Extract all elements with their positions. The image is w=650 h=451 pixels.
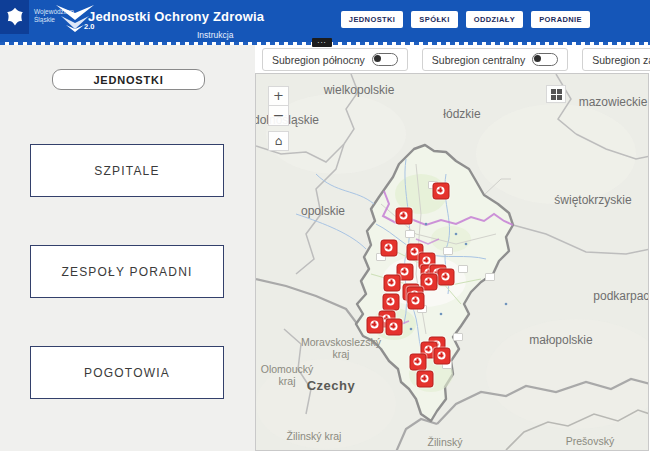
header-nav-button-jednostki[interactable]: JEDNOSTKI — [341, 11, 404, 28]
toggle-switch-icon[interactable] — [372, 53, 398, 66]
facility-marker[interactable] — [408, 293, 425, 310]
medical-cross-icon — [424, 345, 432, 353]
header-nav-button-poradnie[interactable]: PORADNIE — [531, 11, 590, 28]
medical-cross-icon — [411, 296, 419, 304]
header-nav-button-oddzialy[interactable]: ODDZIAŁY — [466, 11, 524, 28]
facility-marker[interactable] — [384, 275, 401, 292]
filter-bar: Subregion północnySubregion centralnySub… — [255, 45, 650, 73]
filter-toggle-subregion-polnocny[interactable]: Subregion północny — [262, 48, 408, 71]
medical-cross-icon — [422, 256, 430, 264]
road-shield — [485, 273, 495, 281]
facility-marker[interactable] — [386, 319, 403, 336]
basemap-grid-icon — [551, 89, 562, 100]
toggle-knob — [534, 55, 541, 62]
map-canvas[interactable]: wielkopolskiedolnośląskiełódzkiemazowiec… — [256, 74, 648, 450]
road-shield — [405, 230, 415, 238]
medical-cross-icon — [370, 320, 378, 328]
facility-marker[interactable] — [438, 269, 455, 286]
sidebar-buttons: SZPITALEZESPOŁY PORADNIPOGOTOWIA — [30, 144, 224, 399]
facility-marker[interactable] — [434, 348, 451, 365]
app-window: Województwo Śląskie 2.0 Jednostki Ochron… — [0, 0, 650, 451]
facility-marker[interactable] — [417, 371, 434, 388]
filter-overflow-badge[interactable]: ... — [312, 38, 332, 47]
zoom-in-button[interactable]: + — [268, 86, 289, 106]
filter-toggle-label: Subregion centralny — [432, 54, 525, 66]
filter-toggle-label: Subregion północny — [272, 54, 365, 66]
basemap-graphic — [256, 74, 649, 451]
medical-cross-icon — [436, 186, 444, 194]
medical-cross-icon — [399, 211, 407, 219]
basemap-gallery-button[interactable] — [546, 85, 566, 103]
eagle-icon — [5, 5, 25, 29]
medical-cross-icon — [420, 374, 428, 382]
medical-cross-icon — [400, 267, 408, 275]
medical-cross-icon — [386, 297, 394, 305]
medical-cross-icon — [389, 322, 397, 330]
map-zoom-controls: + − ⌂ — [268, 86, 289, 151]
filter-toggle-label: Subregion zachodni — [592, 54, 650, 66]
facility-marker[interactable] — [381, 240, 398, 257]
sidebar-button-zespoly-poradni[interactable]: ZESPOŁY PORADNI — [30, 245, 224, 298]
medical-cross-icon — [413, 357, 421, 365]
facility-marker[interactable] — [383, 294, 400, 311]
filter-toggle-subregion-zachodni[interactable]: Subregion zachodni — [582, 48, 650, 71]
header-nav: JEDNOSTKISPÓŁKIODDZIAŁYPORADNIE — [341, 11, 590, 28]
medical-cross-icon — [387, 278, 395, 286]
page-title: Jednostki Ochrony Zdrowia — [88, 9, 264, 24]
sidebar-section-jednostki[interactable]: JEDNOSTKI — [52, 69, 205, 90]
medical-cross-icon — [384, 243, 392, 251]
toggle-knob — [374, 55, 381, 62]
medical-cross-icon — [424, 277, 432, 285]
facility-marker[interactable] — [396, 208, 413, 225]
sidebar-button-szpitale[interactable]: SZPITALE — [30, 144, 224, 197]
medical-cross-icon — [437, 351, 445, 359]
road-shield — [458, 265, 468, 273]
toggle-switch-icon[interactable] — [532, 53, 558, 66]
filter-toggle-subregion-centralny[interactable]: Subregion centralny — [422, 48, 568, 71]
map-panel: wielkopolskiedolnośląskiełódzkiemazowiec… — [255, 73, 649, 451]
facility-marker[interactable] — [367, 317, 384, 334]
instructions-link[interactable]: Instrukcja — [197, 30, 233, 40]
medical-cross-icon — [410, 247, 418, 255]
voivodeship-eagle-logo — [0, 0, 29, 34]
road-shield — [443, 247, 453, 255]
medical-cross-icon — [441, 272, 449, 280]
sidebar-button-pogotowia[interactable]: POGOTOWIA — [30, 346, 224, 399]
road-shield — [453, 333, 463, 341]
sidebar: JEDNOSTKI SZPITALEZESPOŁY PORADNIPOGOTOW… — [0, 45, 256, 451]
facility-marker[interactable] — [433, 183, 450, 200]
home-extent-button[interactable]: ⌂ — [268, 131, 289, 151]
zoom-out-button[interactable]: − — [268, 106, 289, 126]
header-nav-button-spolki[interactable]: SPÓŁKI — [411, 11, 457, 28]
facility-marker[interactable] — [410, 354, 427, 371]
